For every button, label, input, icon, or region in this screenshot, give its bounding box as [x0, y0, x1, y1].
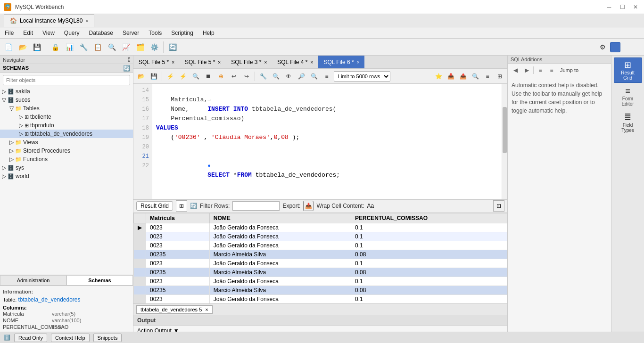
result-bottom-tab-close[interactable]: × [205, 307, 208, 312]
layout-btn-1[interactable] [610, 42, 620, 52]
cell-mat-6[interactable]: 00235 [146, 268, 210, 277]
tree-item-tbproduto[interactable]: ▷ ⊞ tbproduto [0, 121, 133, 130]
cell-perc-2[interactable]: 0.1 [351, 232, 507, 241]
result-bottom-tab[interactable]: tbtabela_de_vendedores 5 × [136, 305, 213, 314]
filter-objects-input[interactable] [3, 75, 130, 85]
sql-code-content[interactable]: → INSERT INTO tbtabela_de_vendedores( Ma… [152, 84, 502, 199]
cell-perc-5[interactable]: 0.1 [351, 259, 507, 268]
sql-execute-button[interactable]: ⚡ [165, 71, 176, 82]
snippets-button[interactable]: Snippets [93, 334, 122, 342]
cell-nome-2[interactable]: João Geraldo da Fonseca [209, 232, 351, 241]
cell-nome-6[interactable]: Marcio Almeida Silva [209, 268, 351, 277]
tree-item-sys[interactable]: ▷ 🗄️ sys [0, 163, 133, 172]
field-types-sidebar-button[interactable]: ≣ FieldTypes [614, 110, 642, 135]
tree-item-world[interactable]: ▷ 🗄️ world [0, 172, 133, 180]
schemas-refresh-icon[interactable]: 🔄 [123, 65, 130, 72]
sql-redo-button[interactable]: ↪ [241, 71, 252, 82]
cell-nome-1[interactable]: João Geraldo da Fonseca [209, 223, 351, 232]
cell-perc-9[interactable]: 0.1 [351, 294, 507, 303]
sql-tab-2[interactable]: SQL File 5 * × [180, 56, 226, 68]
sql-zoom-out-button[interactable]: 🔍 [308, 71, 320, 82]
sql-stop-button[interactable]: ⏹ [203, 71, 214, 82]
tb-btn-6[interactable]: 🔧 [77, 41, 90, 54]
sql-tab-3[interactable]: SQL File 3 * × [226, 56, 272, 68]
read-only-button[interactable]: Read Only [14, 334, 47, 342]
tab-administration[interactable]: Administration [0, 275, 66, 286]
cell-perc-6[interactable]: 0.08 [351, 268, 507, 277]
tree-item-sakila[interactable]: ▷ 🗄️ sakila [0, 87, 133, 96]
close-button[interactable]: ✕ [631, 2, 640, 12]
sql-tab-1[interactable]: SQL File 5 * × [133, 56, 180, 68]
cell-mat-8[interactable]: 00235 [146, 286, 210, 294]
minimize-button[interactable]: ─ [604, 2, 614, 12]
sql-execute-sel-button[interactable]: ⚡ [177, 71, 189, 82]
cell-mat-4[interactable]: 00235 [146, 250, 210, 259]
layout-btn-3[interactable] [632, 42, 642, 52]
result-grid-icon[interactable]: ⊞ [176, 200, 187, 212]
tree-item-sucos[interactable]: ▽ 🗄️ sucos [0, 96, 133, 104]
menu-server[interactable]: Server [118, 27, 144, 38]
menu-query[interactable]: Query [59, 27, 84, 38]
cell-nome-5[interactable]: João Geraldo da Fonseca [209, 259, 351, 268]
sql-rows-button[interactable]: ≡ [482, 71, 493, 82]
sql-undo-button[interactable]: ↩ [228, 71, 239, 82]
sql-explain-button[interactable]: 🔍 [190, 71, 201, 82]
new-query-button[interactable]: 📄 [2, 41, 15, 54]
tb-btn-10[interactable]: 🗂️ [133, 41, 147, 54]
wrap-icon[interactable]: Aa [367, 203, 374, 209]
sql-tab-4[interactable]: SQL File 4 * × [272, 56, 318, 68]
sql-tab-5-close[interactable]: × [357, 60, 360, 65]
sql-hide-button[interactable]: 👁 [283, 71, 294, 82]
sql-import-button[interactable]: 📥 [445, 71, 456, 82]
cell-mat-9[interactable]: 0023 [146, 294, 210, 303]
tree-item-views[interactable]: ▷ 📁 Views [0, 138, 133, 147]
sql-toggle-button[interactable]: ⊕ [215, 71, 227, 82]
sql-tab-5[interactable]: SQL File 6 * × [318, 56, 364, 68]
menu-scripting[interactable]: Scripting [166, 27, 198, 38]
tb-btn-11[interactable]: ⚙️ [148, 41, 161, 54]
sql-tab-1-close[interactable]: × [172, 60, 174, 65]
cell-nome-4[interactable]: Marcio Almeida Silva [209, 250, 351, 259]
limit-select[interactable]: Limit to 5000 rows Limit to 1000 rows Do… [334, 71, 390, 82]
cell-mat-7[interactable]: 0023 [146, 277, 210, 286]
cell-perc-4[interactable]: 0.08 [351, 250, 507, 259]
cell-perc-3[interactable]: 0.1 [351, 241, 507, 250]
cell-perc-8[interactable]: 0.08 [351, 286, 507, 294]
tb-reload[interactable]: 🔄 [166, 41, 179, 54]
tree-item-tbcliente[interactable]: ▷ ⊞ tbcliente [0, 113, 133, 121]
menu-file[interactable]: File [0, 27, 18, 38]
instance-tab-close[interactable]: × [85, 18, 88, 24]
tree-item-functions[interactable]: ▷ 📁 Functions [0, 155, 133, 163]
sql-misc-button[interactable]: ≡ [321, 71, 332, 82]
tb-btn-8[interactable]: 🔍 [105, 41, 118, 54]
sql-grid-button[interactable]: ⊞ [494, 71, 505, 82]
sql-code-editor[interactable]: 14 15 16 17 18 19 20 21 22 → INSERT INTO [133, 84, 507, 199]
sql-zoom-in-button[interactable]: 🔎 [296, 71, 307, 82]
cell-mat-1[interactable]: 0023 [146, 223, 210, 232]
navigator-expand-icon[interactable]: ⟪ [127, 57, 130, 63]
instance-tab[interactable]: 🏠 Local instance MySQL80 × [4, 14, 94, 27]
cell-nome-7[interactable]: João Geraldo da Fonseca [209, 277, 351, 286]
cell-nome-9[interactable]: João Geraldo da Fonseca [209, 294, 351, 303]
tb-btn-7[interactable]: 📋 [91, 41, 104, 54]
menu-edit[interactable]: Edit [18, 27, 38, 38]
cell-mat-2[interactable]: 0023 [146, 232, 210, 241]
sql-find-button[interactable]: 🔍 [270, 71, 281, 82]
maximize-button[interactable]: ☐ [618, 2, 627, 12]
sql-tab-2-close[interactable]: × [218, 60, 221, 65]
menu-database[interactable]: Database [84, 27, 118, 38]
tb-btn-5[interactable]: 📊 [63, 41, 76, 54]
export-button[interactable]: 📤 [303, 201, 314, 211]
sql-add-icon-btn-1[interactable]: ≡ [536, 65, 545, 75]
settings-button[interactable]: ⚙ [596, 41, 609, 54]
tb-btn-4[interactable]: 🔒 [49, 41, 62, 54]
cell-nome-3[interactable]: João Geraldo da Fonseca [209, 241, 351, 250]
sql-format-button[interactable]: 🔧 [257, 71, 269, 82]
sql-export-button[interactable]: 📤 [457, 71, 469, 82]
cell-mat-3[interactable]: 0023 [146, 241, 210, 250]
context-help-button[interactable]: Context Help [51, 334, 90, 342]
sql-save-button[interactable]: 💾 [148, 71, 159, 82]
save-button[interactable]: 💾 [30, 41, 43, 54]
cell-perc-1[interactable]: 0.1 [351, 223, 507, 232]
sql-tab-3-close[interactable]: × [264, 60, 267, 65]
